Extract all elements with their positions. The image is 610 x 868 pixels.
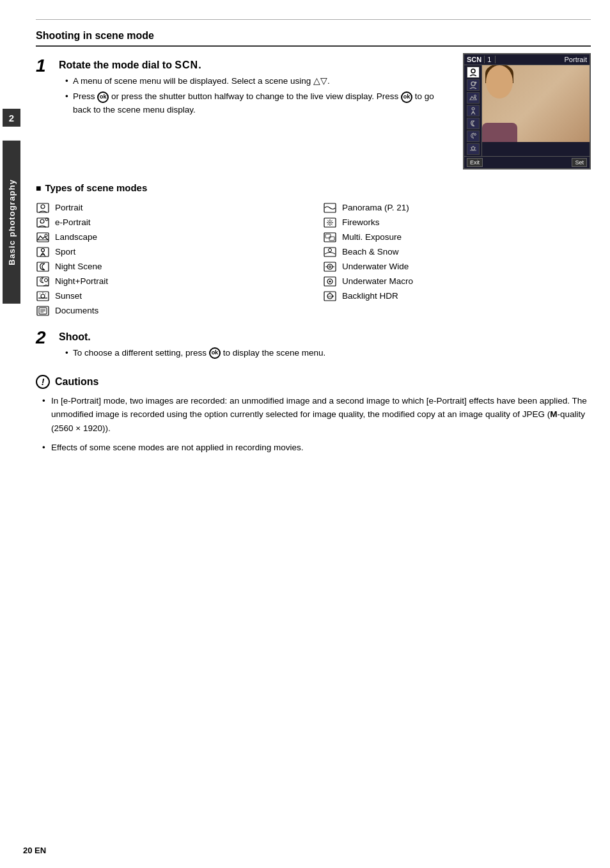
scene-mode-portrait: Portrait bbox=[36, 201, 304, 216]
svg-point-14 bbox=[45, 234, 47, 237]
camera-preview: SCN 1 Portrait bbox=[463, 53, 591, 170]
svg-point-3 bbox=[474, 95, 476, 97]
sidebar-chapter-number: 2 bbox=[3, 109, 20, 127]
documents-icon bbox=[36, 305, 50, 317]
night-scene-icon bbox=[36, 261, 50, 272]
svg-text:HDR: HDR bbox=[328, 295, 334, 298]
portrait-icon bbox=[36, 202, 50, 214]
section-title: Shooting in scene mode bbox=[36, 30, 591, 47]
panorama-icon bbox=[323, 202, 337, 214]
svg-line-39 bbox=[328, 221, 329, 222]
night-portrait-icon bbox=[36, 276, 50, 287]
camera-mode-label: Portrait bbox=[499, 56, 587, 63]
backlight-hdr-icon: HDR bbox=[323, 290, 337, 302]
svg-point-4 bbox=[472, 107, 474, 110]
backlight-hdr-label: Backlight HDR bbox=[342, 289, 398, 304]
ok-button-inline: ok bbox=[97, 91, 109, 103]
camera-portrait-preview bbox=[482, 65, 590, 142]
scene-modes-right: Panorama (P. 21) Fireworks Multi. Exposu… bbox=[323, 201, 591, 319]
landscape-icon bbox=[36, 232, 50, 243]
top-divider bbox=[36, 19, 591, 20]
step-2-bullets: To choose a different setting, press ok … bbox=[59, 347, 591, 359]
step-1-heading-suffix: . bbox=[198, 59, 201, 70]
panorama-label: Panorama (P. 21) bbox=[342, 201, 409, 216]
step-1-scn: SCN bbox=[175, 59, 198, 70]
svg-line-26 bbox=[40, 294, 40, 294]
portrait-label: Portrait bbox=[55, 201, 83, 216]
sunset-icon bbox=[36, 290, 50, 302]
scene-modes-grid: Portrait + e-Portrait Landscape bbox=[36, 201, 591, 319]
night-scene-label: Night Scene bbox=[55, 260, 102, 274]
scene-mode-night-portrait: Night+Portrait bbox=[36, 274, 304, 289]
step-1: 1 Rotate the mode dial to SCN. A menu of… bbox=[36, 59, 591, 170]
scene-modes-section: Types of scene modes Portrait + e-Portra… bbox=[36, 182, 591, 319]
page-en-suffix: EN bbox=[32, 846, 46, 855]
svg-point-8 bbox=[41, 205, 45, 209]
ok-button-inline-2: ok bbox=[401, 91, 412, 103]
camera-icon-night bbox=[467, 118, 480, 129]
cautions-title-text: Cautions bbox=[55, 376, 98, 388]
portrait-body bbox=[482, 123, 517, 142]
scene-mode-sport: Sport bbox=[36, 245, 304, 260]
camera-header: SCN 1 Portrait bbox=[464, 54, 590, 65]
svg-point-10 bbox=[40, 219, 44, 223]
scene-mode-underwater-macro: Underwater Macro bbox=[323, 274, 591, 289]
camera-scn-label: SCN bbox=[467, 56, 485, 63]
e-portrait-label: e-Portrait bbox=[55, 216, 91, 230]
cautions-title: ! Cautions bbox=[36, 375, 591, 389]
beach-snow-icon bbox=[323, 246, 337, 258]
scene-mode-beach-snow: Beach & Snow bbox=[323, 245, 591, 260]
step-2-heading: Shoot. bbox=[59, 331, 591, 343]
camera-exit-btn: Exit bbox=[467, 158, 483, 167]
svg-line-25 bbox=[45, 294, 46, 294]
documents-label: Documents bbox=[55, 304, 98, 319]
night-portrait-label: Night+Portrait bbox=[55, 274, 108, 289]
svg-point-56 bbox=[329, 281, 331, 283]
step-1-bullet-2: Press ok or press the shutter button hal… bbox=[65, 90, 450, 116]
scene-mode-landscape: Landscape bbox=[36, 230, 304, 245]
underwater-macro-icon bbox=[323, 276, 337, 287]
camera-icon-e-portrait bbox=[467, 79, 480, 91]
svg-line-40 bbox=[331, 224, 332, 225]
svg-point-6 bbox=[471, 147, 474, 150]
camera-set-btn: Set bbox=[572, 158, 587, 167]
fireworks-icon bbox=[323, 217, 337, 228]
underwater-macro-label: Underwater Macro bbox=[342, 274, 413, 289]
svg-point-20 bbox=[45, 279, 48, 282]
svg-point-0 bbox=[471, 69, 475, 73]
camera-body bbox=[464, 65, 590, 156]
scene-modes-left: Portrait + e-Portrait Landscape bbox=[36, 201, 304, 319]
svg-point-5 bbox=[474, 134, 476, 136]
scene-mode-documents: Documents bbox=[36, 304, 304, 319]
step-2: 2 Shoot. To choose a different setting, … bbox=[36, 331, 591, 362]
multi-exposure-label: Multi. Exposure bbox=[342, 230, 402, 245]
scene-modes-title: Types of scene modes bbox=[36, 182, 591, 193]
svg-rect-45 bbox=[329, 237, 334, 241]
step-1-heading-prefix: Rotate the mode dial to bbox=[59, 59, 175, 70]
step-1-bullet-1: A menu of scene menu will be displayed. … bbox=[65, 75, 450, 88]
underwater-wide-label: Underwater Wide bbox=[342, 260, 409, 274]
svg-point-22 bbox=[41, 294, 45, 298]
step-1-heading: Rotate the mode dial to SCN. bbox=[59, 59, 450, 71]
svg-point-34 bbox=[329, 222, 331, 223]
scene-mode-panorama: Panorama (P. 21) bbox=[323, 201, 591, 216]
main-content: Shooting in scene mode 1 Rotate the mode… bbox=[23, 0, 610, 478]
scene-mode-fireworks: Fireworks bbox=[323, 216, 591, 230]
landscape-label: Landscape bbox=[55, 230, 97, 245]
svg-point-2 bbox=[474, 82, 476, 84]
step-1-number: 1 bbox=[36, 57, 59, 75]
step-2-content: Shoot. To choose a different setting, pr… bbox=[59, 331, 591, 362]
scene-mode-night-scene: Night Scene bbox=[36, 260, 304, 274]
camera-icon-night2 bbox=[467, 130, 480, 142]
sport-icon bbox=[36, 246, 50, 258]
portrait-face bbox=[486, 65, 513, 99]
beach-snow-label: Beach & Snow bbox=[342, 245, 399, 260]
svg-point-16 bbox=[42, 249, 45, 252]
camera-icons-column bbox=[464, 65, 482, 156]
scene-mode-underwater-wide: Underwater Wide bbox=[323, 260, 591, 274]
caution-item-2: Effects of some scene modes are not appl… bbox=[42, 441, 591, 455]
svg-text:+: + bbox=[45, 219, 47, 221]
sidebar: 2 Basic photography bbox=[0, 0, 23, 868]
cautions-list: In [e-Portrait] mode, two images are rec… bbox=[36, 394, 591, 454]
caution-icon: ! bbox=[36, 375, 50, 389]
